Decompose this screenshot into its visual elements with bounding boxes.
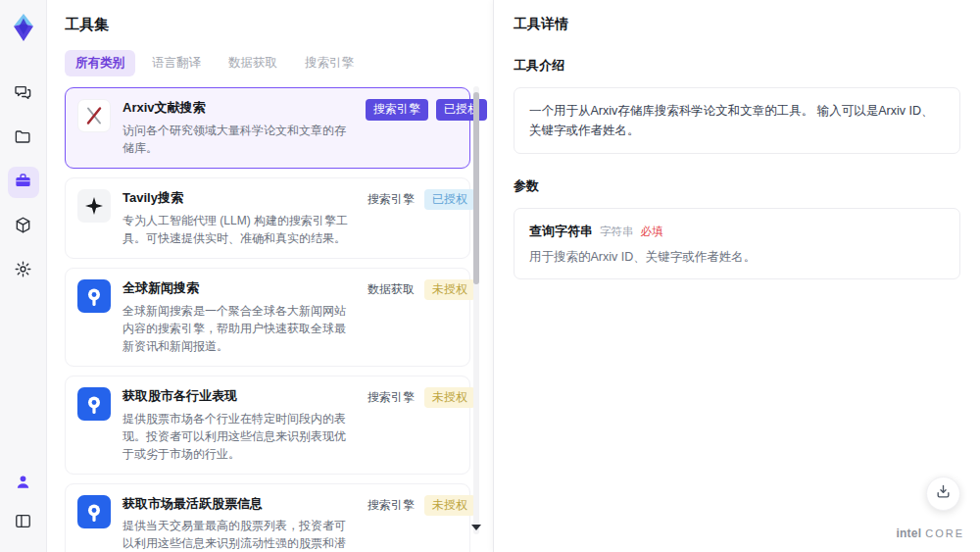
details-title: 工具详情 (514, 16, 960, 33)
tool-list-item[interactable]: Arxiv文献搜索 访问各个研究领域大量科学论文和文章的存储库。 搜索引擎 已授… (65, 87, 470, 169)
tavily-icon (77, 189, 111, 223)
brand-core: core (925, 527, 964, 539)
download-button[interactable] (926, 477, 960, 511)
params-list: 查询字符串字符串必填 用于搜索的Arxiv ID、关键字或作者姓名。 (514, 208, 960, 279)
tool-category-badge: 搜索引擎 (366, 189, 416, 211)
tool-description: 专为人工智能代理 (LLM) 构建的搜索引擎工具。可快速提供实时、准确和真实的结… (122, 212, 354, 247)
tool-title: 全球新闻搜索 (122, 279, 354, 297)
user-icon (14, 473, 32, 495)
tool-details-panel: 工具详情 工具介绍 一个用于从Arxiv存储库搜索科学论文和文章的工具。 输入可… (493, 0, 980, 552)
tool-list: Arxiv文献搜索 访问各个研究领域大量科学论文和文章的存储库。 搜索引擎 已授… (65, 87, 470, 552)
param-type: 字符串 (600, 226, 634, 237)
param-name: 查询字符串 (529, 224, 593, 238)
sidebar-item-collapse[interactable] (8, 507, 39, 538)
gear-icon (14, 260, 32, 282)
tool-title: 获取市场最活跃股票信息 (122, 495, 354, 513)
sidebar-item-toolbox[interactable] (8, 167, 39, 198)
tool-auth-badge: 未授权 (424, 495, 475, 517)
tool-description: 访问各个研究领域大量科学论文和文章的存储库。 (122, 122, 354, 157)
page-title: 工具集 (65, 16, 493, 34)
download-icon (935, 483, 952, 504)
tool-title: Arxiv文献搜索 (122, 99, 354, 117)
param-required-badge: 必填 (641, 226, 663, 237)
tool-auth-badge: 已授权 (424, 189, 475, 211)
tool-category-badge: 搜索引擎 (366, 495, 416, 517)
tool-list-item[interactable]: 全球新闻搜索 全球新闻搜索是一个聚合全球各大新闻网站内容的搜索引擎，帮助用户快速… (65, 268, 470, 367)
sidebar-item-packages[interactable] (8, 211, 39, 242)
tool-description: 全球新闻搜索是一个聚合全球各大新闻网站内容的搜索引擎，帮助用户快速获取全球最新资… (122, 302, 354, 355)
tool-auth-badge: 未授权 (424, 387, 475, 409)
tool-list-panel: 工具集 所有类别语言翻译数据获取搜索引擎 Arxiv文献搜索 访问各个研究领域大… (47, 0, 493, 552)
params-heading: 参数 (514, 177, 960, 195)
brand-intel: intel (897, 527, 922, 540)
tab-3[interactable]: 搜索引擎 (294, 50, 365, 76)
app-window: 工具集 所有类别语言翻译数据获取搜索引擎 Arxiv文献搜索 访问各个研究领域大… (0, 0, 980, 552)
tool-list-item[interactable]: 获取市场最活跃股票信息 提供当天交易量最高的股票列表，投资者可以利用这些信息来识… (65, 483, 470, 552)
list-scrollbar-track[interactable] (473, 86, 479, 534)
tool-category-badge: 搜索引擎 (366, 99, 428, 121)
tool-intro-text: 一个用于从Arxiv存储库搜索科学论文和文章的工具。 输入可以是Arxiv ID… (514, 87, 960, 154)
sidebar-bottom (8, 468, 39, 538)
tool-category-badge: 搜索引擎 (366, 387, 416, 409)
tool-category-badge: 数据获取 (366, 279, 416, 301)
tool-list-item[interactable]: Tavily搜索 专为人工智能代理 (LLM) 构建的搜索引擎工具。可快速提供实… (65, 177, 470, 259)
scroll-down-arrow-icon[interactable] (471, 525, 481, 530)
arxiv-icon (77, 99, 111, 132)
sidebar-item-files[interactable] (8, 123, 39, 154)
folder-icon (14, 127, 32, 150)
sidebar-nav (8, 78, 39, 286)
list-scrollbar-thumb[interactable] (473, 92, 479, 284)
sidebar-item-settings[interactable] (8, 255, 39, 286)
category-tabs: 所有类别语言翻译数据获取搜索引擎 (65, 50, 493, 76)
cube-icon (14, 216, 32, 238)
sidebar-rail (0, 0, 47, 552)
sidebar-item-account[interactable] (8, 468, 39, 499)
tab-1[interactable]: 语言翻译 (141, 50, 212, 76)
pin-q-icon (77, 279, 111, 313)
sidebar-item-chat[interactable] (8, 78, 39, 110)
tab-0[interactable]: 所有类别 (65, 50, 135, 76)
pin-q-icon (77, 495, 111, 528)
tool-description: 提供股票市场各个行业在特定时间段内的表现。投资者可以利用这些信息来识别表现优于或… (122, 410, 354, 463)
app-logo gem-logo-icon (8, 12, 39, 43)
param-description: 用于搜索的Arxiv ID、关键字或作者姓名。 (529, 249, 945, 266)
tool-auth-badge: 已授权 (436, 99, 487, 121)
tool-auth-badge: 未授权 (424, 279, 475, 301)
tab-2[interactable]: 数据获取 (218, 50, 288, 76)
pin-q-icon (77, 387, 111, 421)
tool-title: 获取股市各行业表现 (122, 387, 354, 405)
chat-icon (14, 83, 32, 106)
tool-list-item[interactable]: 获取股市各行业表现 提供股票市场各个行业在特定时间段内的表现。投资者可以利用这些… (65, 376, 470, 475)
tool-description: 提供当天交易量最高的股票列表，投资者可以利用这些信息来识别流动性强的股票和潜在的… (122, 517, 354, 552)
panel-icon (14, 512, 32, 534)
parameter-card: 查询字符串字符串必填 用于搜索的Arxiv ID、关键字或作者姓名。 (514, 208, 960, 279)
intro-heading: 工具介绍 (514, 57, 960, 75)
intel-core-logo: intel core (897, 527, 964, 540)
tool-title: Tavily搜索 (122, 189, 354, 207)
briefcase-icon (14, 172, 32, 194)
